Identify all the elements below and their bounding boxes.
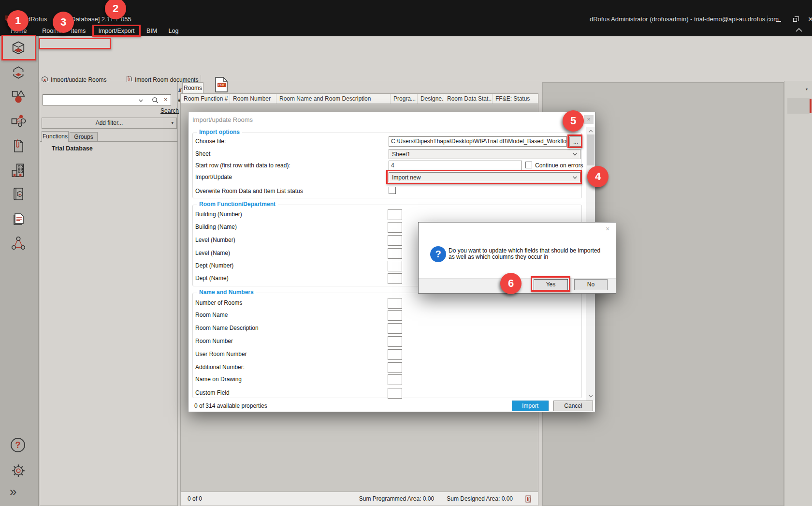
sidebar-systems-icon[interactable]	[9, 234, 28, 253]
import-button[interactable]: Import	[512, 401, 549, 411]
building-number-label: Building (Number)	[195, 211, 242, 218]
area-chart-icon[interactable]	[525, 495, 531, 503]
annotation-box-browse-button	[567, 134, 582, 148]
sidebar-reports-icon[interactable]	[9, 209, 28, 228]
available-properties-status: 0 of 314 available properties	[194, 402, 267, 409]
additional-number-input[interactable]	[388, 362, 402, 373]
dept-number-input[interactable]	[388, 261, 402, 271]
annotation-circle-1: 1	[7, 10, 29, 31]
name-numbers-group: Name and Numbers	[192, 293, 582, 398]
annotation-box-import-update-rooms	[39, 38, 111, 49]
choose-file-label: Choose file:	[195, 138, 226, 145]
room-name-description-label: Room Name Description	[195, 325, 259, 331]
navigation-pane: × Search Add filter... ▾ Functions Group…	[40, 82, 178, 506]
custom-field-input[interactable]	[388, 388, 402, 399]
building-number-input[interactable]	[388, 209, 402, 220]
settings-gear-icon[interactable]	[9, 461, 28, 480]
level-name-input[interactable]	[388, 248, 402, 259]
sidebar-occurrences-icon[interactable]	[9, 111, 28, 131]
caret-down-icon[interactable]: ▾	[806, 87, 808, 91]
building-name-input[interactable]	[388, 222, 402, 233]
chevron-down-icon[interactable]	[139, 99, 143, 102]
sidebar-buildings-icon[interactable]	[9, 161, 28, 180]
question-icon: ?	[430, 246, 446, 262]
sum-designed-area: Sum Designed Area: 0.00	[447, 495, 513, 502]
restore-button[interactable]	[788, 15, 802, 25]
no-button[interactable]: No	[574, 279, 608, 290]
dept-name-input[interactable]	[388, 273, 402, 284]
tree-root-trial-database[interactable]: Trial Database	[52, 145, 93, 152]
cancel-button[interactable]: Cancel	[553, 401, 593, 411]
tab-bim[interactable]: BIM	[145, 26, 159, 36]
choose-file-input[interactable]: C:\Users\DipeshThapa\Desktop\WIP\Trial d…	[389, 136, 567, 147]
col-room-data-status[interactable]: Room Data Stat...	[444, 94, 493, 104]
continue-on-errors-label: Continue on errors	[535, 162, 583, 169]
titlebar-divider	[768, 15, 768, 23]
col-programmed[interactable]: Progra...	[391, 94, 418, 104]
col-room-function[interactable]: Room Function #	[181, 94, 230, 104]
clear-search-icon[interactable]: ×	[164, 96, 168, 103]
messagebox-close-icon[interactable]: ×	[606, 225, 609, 233]
sidebar-room-data-icon[interactable]	[9, 63, 28, 82]
annotation-circle-4: 4	[587, 166, 609, 187]
annotation-circle-5: 5	[563, 110, 584, 132]
expand-sidebar-icon[interactable]: »	[10, 484, 15, 499]
minimize-button[interactable]	[771, 15, 786, 25]
col-room-number[interactable]: Room Number	[230, 94, 276, 104]
message-line1: Do you want to update which fields that …	[449, 247, 600, 254]
user-room-number-input[interactable]	[388, 349, 402, 360]
level-name-label: Level (Name)	[195, 250, 230, 256]
name-on-drawing-input[interactable]	[388, 374, 402, 385]
left-sidebar: ? »	[0, 36, 39, 506]
add-filter-button[interactable]: Add filter... ▾	[42, 118, 177, 129]
level-number-input[interactable]	[388, 235, 402, 246]
chevron-down-icon	[573, 153, 577, 156]
tab-groups[interactable]: Groups	[70, 132, 98, 142]
navigation-search-input[interactable]: ×	[43, 94, 171, 105]
level-number-label: Level (Number)	[195, 237, 235, 243]
annotation-box-import-export-tab	[92, 25, 141, 37]
scroll-thumb[interactable]	[587, 134, 594, 165]
continue-on-errors-checkbox[interactable]	[525, 162, 532, 168]
room-name-label: Room Name	[195, 312, 228, 318]
tab-log[interactable]: Log	[166, 26, 181, 36]
room-function-legend: Room Function/Department	[197, 201, 278, 208]
tab-functions[interactable]: Functions	[42, 131, 69, 142]
scroll-down-icon[interactable]	[589, 395, 593, 398]
col-ffe-status[interactable]: FF&E: Status	[493, 94, 536, 104]
help-icon[interactable]: ?	[11, 438, 25, 452]
sidebar-documents-icon[interactable]	[9, 136, 28, 156]
room-number-input[interactable]	[388, 336, 402, 347]
sidebar-items-icon[interactable]	[9, 87, 28, 106]
rooms-tab[interactable]: Rooms	[182, 82, 203, 93]
sum-programmed-area: Sum Programmed Area: 0.00	[359, 495, 434, 502]
col-room-name[interactable]: Room Name and Room Description	[276, 94, 391, 104]
scroll-up-icon[interactable]	[589, 130, 593, 133]
collapse-ribbon-icon[interactable]	[796, 28, 802, 32]
dialog-close-icon[interactable]: ×	[584, 115, 594, 124]
name-numbers-legend: Name and Numbers	[197, 289, 256, 296]
right-toolbar: ▾ i	[784, 81, 812, 506]
import-update-label: Import/Update	[195, 174, 232, 180]
dept-name-label: Dept (Name)	[195, 275, 229, 282]
app-window: us [dRofus Database] 2.11.1 055 dRofus A…	[0, 0, 812, 506]
number-of-rooms-input[interactable]	[388, 298, 402, 309]
selected-tool-indicator	[810, 99, 812, 113]
annotation-box-sidebar-rooms	[1, 35, 36, 60]
room-number-label: Room Number	[195, 338, 233, 344]
overwrite-label: Overwrite Room Data and Item List status	[195, 188, 303, 194]
room-name-description-input[interactable]	[388, 323, 402, 334]
search-icon[interactable]	[151, 96, 159, 104]
start-row-input[interactable]: 4	[389, 161, 522, 171]
sheet-select[interactable]: Sheet1	[389, 149, 580, 159]
col-designed[interactable]: Designe...	[418, 94, 444, 104]
sheet-label: Sheet	[195, 150, 210, 157]
sidebar-products-icon[interactable]	[9, 184, 28, 204]
pdf-tag: PDF	[218, 83, 226, 87]
account-label: dRofus Administrator (drofusadmin) - tri…	[590, 15, 779, 23]
overwrite-checkbox[interactable]	[389, 187, 396, 194]
search-link[interactable]: Search	[160, 107, 179, 114]
close-button[interactable]: ×	[803, 15, 812, 25]
import-options-legend: Import options	[197, 129, 242, 135]
room-name-input[interactable]	[388, 310, 402, 321]
